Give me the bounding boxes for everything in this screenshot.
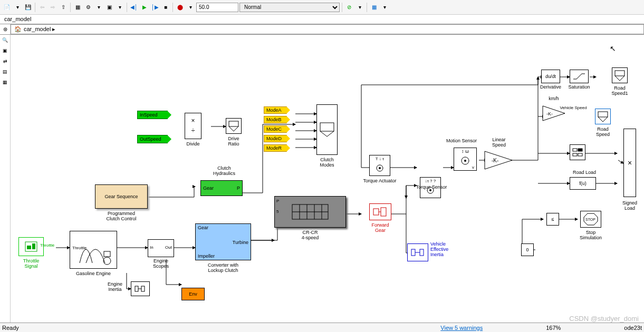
- engine-throttle-port: Throttle: [72, 246, 86, 250]
- stop-sim-label: Stop Simulation: [576, 230, 605, 240]
- calendar-icon[interactable]: ▦: [369, 3, 379, 12]
- status-ready: Ready: [2, 325, 19, 331]
- mode-c-tag[interactable]: ModeC: [264, 125, 287, 133]
- torque-actuator-block[interactable]: T ↓ τ: [369, 155, 390, 176]
- image-icon[interactable]: ▦: [1, 78, 9, 86]
- main-toolbar: 📄 ▾ 💾 ⇦ ⇨ ⇧ ▦ ⚙ ▾ ▣ ▾ ◀│ ▶ │▶ ■ ⬤ ▾ Norm…: [0, 0, 644, 15]
- svg-rect-36: [578, 153, 582, 156]
- model-browser-icon[interactable]: ⊛: [0, 24, 11, 34]
- zoom-level: 167%: [546, 325, 561, 331]
- dropdown4-icon[interactable]: ▾: [186, 3, 195, 12]
- arrows-icon[interactable]: ⇄: [1, 57, 9, 65]
- warnings-link[interactable]: View 5 warnings: [440, 325, 483, 331]
- fit-icon[interactable]: ▣: [1, 46, 9, 55]
- forward-gear-block[interactable]: [369, 203, 391, 220]
- converter-block[interactable]: Gear Turbine Impeller: [195, 223, 251, 260]
- road-load-block[interactable]: f(u): [570, 177, 596, 190]
- gear-icon[interactable]: ⚙: [83, 3, 93, 12]
- clutch-hydraulics-block[interactable]: Gear P: [200, 180, 243, 196]
- svg-rect-9: [320, 123, 334, 131]
- dropdown2-icon[interactable]: ▾: [94, 3, 103, 12]
- svg-rect-23: [411, 249, 415, 256]
- up-icon[interactable]: ⇧: [59, 3, 68, 12]
- compare-block[interactable]: ≤: [546, 213, 559, 226]
- dropdown5-icon[interactable]: ▾: [355, 3, 364, 12]
- motion-sensor-label: Motion Sensor: [443, 138, 480, 143]
- engine-scopes-block[interactable]: In Out: [148, 239, 174, 257]
- gear-sequence-block[interactable]: Gear Sequence: [95, 184, 148, 209]
- svg-point-3: [103, 257, 111, 265]
- canvas[interactable]: Throttle Throttle Signal Throttle Gasoli…: [11, 35, 644, 323]
- status-bar: Ready View 5 warnings 167% ode23t: [0, 323, 644, 332]
- torque-actuator-label: Torque Actuator: [358, 178, 402, 183]
- motion-sensor-block[interactable]: ↕ ω v: [454, 148, 477, 171]
- dropdown-icon[interactable]: ▾: [13, 3, 22, 12]
- vehicle-inertia-block[interactable]: [407, 243, 428, 261]
- record-icon[interactable]: ⬤: [175, 3, 185, 12]
- gasoline-engine-block[interactable]: Throttle: [70, 231, 117, 269]
- saturation-label: Saturation: [566, 84, 592, 90]
- tune-icon[interactable]: ⊘: [344, 3, 354, 12]
- throttle-signal-label: Throttle Signal: [18, 258, 44, 269]
- road-speed1-label: Road Speed1: [608, 85, 632, 96]
- annotation-icon[interactable]: ▤: [1, 67, 9, 76]
- zoom-icon[interactable]: 🔍: [1, 36, 9, 44]
- crcr-block[interactable]: P 5: [274, 196, 346, 228]
- vehicle-inertia-label: Vehicle Effective Inertia: [430, 241, 456, 257]
- road-speed-scope[interactable]: [595, 109, 611, 124]
- explorer-icon[interactable]: ▣: [104, 3, 114, 12]
- road-load-label: Road Load: [570, 170, 599, 175]
- derivative-block[interactable]: du/dt: [541, 70, 560, 83]
- signed-load-label: Signed Load: [617, 200, 642, 211]
- step-fwd-icon[interactable]: │▶: [150, 3, 160, 12]
- divide-label: Divide: [182, 141, 204, 147]
- mode-d-tag[interactable]: ModeD: [264, 135, 287, 142]
- drive-ratio-scope[interactable]: [226, 118, 242, 134]
- new-icon[interactable]: 📄: [2, 3, 12, 12]
- breadcrumb[interactable]: 🏠car_model ▸: [11, 24, 644, 34]
- clutch-modes-label: Clutch Modes: [314, 157, 340, 168]
- svg-rect-4: [104, 251, 110, 257]
- svg-rect-17: [381, 208, 386, 216]
- svg-point-27: [464, 160, 466, 162]
- step-back-icon[interactable]: ◀│: [129, 3, 139, 12]
- zero-constant[interactable]: 0: [521, 243, 534, 256]
- save-icon[interactable]: 💾: [23, 3, 33, 12]
- svg-text:-K-: -K-: [492, 158, 498, 163]
- stop-time-input[interactable]: [196, 3, 238, 12]
- clutch-modes-block[interactable]: [316, 104, 338, 155]
- mode-r-tag[interactable]: ModeR: [264, 144, 287, 152]
- model-title: car_model: [0, 15, 644, 24]
- outspeed-tag[interactable]: OutSpeed: [137, 135, 168, 143]
- dropdown6-icon[interactable]: ▾: [380, 3, 389, 12]
- gasoline-engine-label: Gasoline Engine: [70, 271, 117, 276]
- svg-rect-5: [135, 286, 138, 291]
- env-block[interactable]: Env: [181, 288, 205, 300]
- svg-rect-16: [373, 209, 379, 215]
- drive-ratio-label: Drive Ratio: [223, 136, 245, 147]
- svg-rect-1: [27, 246, 31, 249]
- stop-sim-block[interactable]: STOP: [580, 211, 601, 228]
- stop-icon[interactable]: ■: [161, 3, 170, 12]
- mode-a-tag[interactable]: ModeA: [264, 106, 287, 114]
- run-icon[interactable]: ▶: [140, 3, 149, 12]
- back-icon[interactable]: ⇦: [37, 3, 47, 12]
- product-block[interactable]: ×: [623, 129, 636, 197]
- road-speed1-scope[interactable]: [612, 67, 628, 83]
- simulation-mode-select[interactable]: Normal: [239, 3, 340, 12]
- svg-rect-33: [573, 149, 577, 151]
- fwd-icon[interactable]: ⇨: [48, 3, 57, 12]
- library-icon[interactable]: ▦: [73, 3, 82, 12]
- divide-block[interactable]: × ÷: [185, 113, 201, 139]
- engine-inertia-block[interactable]: [131, 281, 150, 296]
- dropdown3-icon[interactable]: ▾: [115, 3, 124, 12]
- linear-speed-gain[interactable]: -K-: [484, 151, 513, 171]
- road-speed-label: Road Speed: [592, 126, 614, 137]
- inspeed-tag[interactable]: InSpeed: [137, 111, 168, 119]
- engine-scopes-label: Engine Scopes: [148, 258, 174, 269]
- cursor-icon: ↖: [610, 44, 616, 53]
- saturation-block[interactable]: [570, 70, 589, 83]
- mode-b-tag[interactable]: ModeB: [264, 116, 287, 123]
- throttle-port-label: Throttle: [40, 243, 54, 248]
- selector-block[interactable]: [570, 144, 585, 160]
